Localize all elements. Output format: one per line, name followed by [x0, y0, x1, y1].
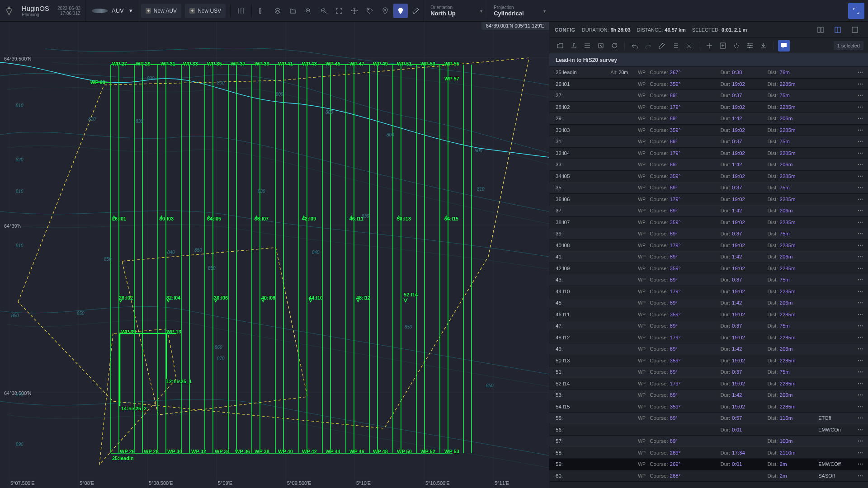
- row-menu-icon[interactable]: ⋯: [858, 104, 863, 110]
- add-box-icon[interactable]: [717, 40, 729, 52]
- row-menu-icon[interactable]: ⋯: [858, 392, 863, 398]
- row-menu-icon[interactable]: ⋯: [858, 173, 863, 179]
- waypoint-row[interactable]: 25:leadinAlt: 20mWPCourse:267°Dur:0:38Di…: [549, 67, 868, 79]
- waypoint-row[interactable]: 37:WPCourse:89°Dur:1:42Dist:206m⋯: [549, 205, 868, 217]
- section-header[interactable]: Lead-in to HiS20 survey: [549, 53, 868, 67]
- comment-icon[interactable]: [778, 40, 790, 52]
- row-menu-icon[interactable]: ⋯: [858, 127, 863, 133]
- numbered-list-icon[interactable]: [670, 40, 681, 52]
- waypoint-list[interactable]: 25:leadinAlt: 20mWPCourse:267°Dur:0:38Di…: [549, 67, 868, 488]
- expand-button[interactable]: [848, 3, 864, 19]
- row-menu-icon[interactable]: ⋯: [858, 196, 863, 202]
- waypoint-row[interactable]: 39:WPCourse:89°Dur:0:37Dist:75m⋯: [549, 228, 868, 240]
- undo-icon[interactable]: [629, 40, 641, 52]
- row-menu-icon[interactable]: ⋯: [858, 242, 863, 249]
- row-menu-icon[interactable]: ⋯: [858, 357, 863, 364]
- waypoint-row[interactable]: 45:WPCourse:89°Dur:1:42Dist:206m⋯: [549, 297, 868, 309]
- properties-icon[interactable]: [744, 40, 756, 52]
- zoom-out-icon[interactable]: [316, 4, 331, 18]
- waypoint-row[interactable]: 58:WPCourse:269°Dur:17:34Dist:2110m⋯: [549, 447, 868, 459]
- waypoint-row[interactable]: 32:l04WPCourse:179°Dur:19:02Dist:2285m⋯: [549, 148, 868, 160]
- row-menu-icon[interactable]: ⋯: [858, 369, 863, 375]
- row-menu-icon[interactable]: ⋯: [858, 265, 863, 272]
- redo-icon[interactable]: [642, 40, 654, 52]
- waypoint-row[interactable]: 38:l07WPCourse:359°Dur:19:02Dist:2285m⋯: [549, 217, 868, 229]
- layout-a-icon[interactable]: [813, 23, 828, 37]
- move-icon[interactable]: [347, 4, 362, 18]
- waypoint-row[interactable]: 49:WPCourse:89°Dur:1:42Dist:206m⋯: [549, 343, 868, 355]
- row-menu-icon[interactable]: ⋯: [858, 184, 863, 191]
- pencil-icon[interactable]: [409, 4, 423, 18]
- waypoint-row[interactable]: 59:WPCourse:269°Dur:0:01Dist:2mEMWCOff⋯: [549, 459, 868, 470]
- row-menu-icon[interactable]: ⋯: [858, 253, 863, 260]
- row-menu-icon[interactable]: ⋯: [858, 277, 863, 283]
- ruler-icon[interactable]: [255, 4, 269, 18]
- row-menu-icon[interactable]: ⋯: [858, 438, 863, 444]
- row-menu-icon[interactable]: ⋯: [858, 81, 863, 87]
- row-menu-icon[interactable]: ⋯: [858, 334, 863, 341]
- edit-icon[interactable]: [656, 40, 668, 52]
- waypoint-row[interactable]: 50:l13WPCourse:359°Dur:19:02Dist:2285m⋯: [549, 355, 868, 367]
- refresh-icon[interactable]: [609, 40, 620, 52]
- export-icon[interactable]: [568, 40, 580, 52]
- row-menu-icon[interactable]: ⋯: [858, 473, 863, 479]
- folder-icon[interactable]: [286, 4, 300, 18]
- row-menu-icon[interactable]: ⋯: [858, 404, 863, 410]
- waypoint-row[interactable]: 54:l15WPCourse:359°Dur:19:02Dist:2285m⋯: [549, 401, 868, 413]
- waypoint-row[interactable]: 26:l01WPCourse:359°Dur:19:02Dist:2285m⋯: [549, 79, 868, 90]
- marker-active-icon[interactable]: [393, 4, 408, 18]
- waypoint-row[interactable]: 55:WPCourse:89°Dur:0:57Dist:116mETOff⋯: [549, 413, 868, 424]
- waypoint-row[interactable]: 30:l03WPCourse:359°Dur:19:02Dist:2285m⋯: [549, 125, 868, 136]
- download-icon[interactable]: [758, 40, 769, 52]
- new-usv-button[interactable]: New USV: [185, 4, 226, 18]
- projection-dropdown[interactable]: Projection Cylindrical ▾: [487, 0, 550, 21]
- row-menu-icon[interactable]: ⋯: [858, 219, 863, 225]
- plus-icon[interactable]: [703, 40, 715, 52]
- waypoint-row[interactable]: 56:Dur:0:01EMWCOn⋯: [549, 424, 868, 436]
- new-auv-button[interactable]: New AUV: [141, 4, 181, 18]
- row-menu-icon[interactable]: ⋯: [858, 323, 863, 329]
- row-menu-icon[interactable]: ⋯: [858, 415, 863, 421]
- waypoint-row[interactable]: 52:l14WPCourse:179°Dur:19:02Dist:2285m⋯: [549, 378, 868, 390]
- waypoint-row[interactable]: 57:WPCourse:89°Dist:100m⋯: [549, 436, 868, 447]
- waypoint-row[interactable]: 60:WPCourse:268°Dist:2mSASOff⋯: [549, 470, 868, 482]
- layout-c-icon[interactable]: [848, 23, 862, 37]
- map-canvas[interactable]: 64°39.001'N 005°11.129'E 64°39.500'N64°3…: [0, 22, 549, 488]
- waypoint-row[interactable]: 27:WPCourse:89°Dur:0:37Dist:75m⋯: [549, 90, 868, 102]
- row-menu-icon[interactable]: ⋯: [858, 427, 863, 433]
- waypoint-row[interactable]: 41:WPCourse:89°Dur:1:42Dist:206m⋯: [549, 251, 868, 263]
- row-menu-icon[interactable]: ⋯: [858, 150, 863, 156]
- layout-b-icon[interactable]: [830, 23, 845, 37]
- zoom-in-icon[interactable]: [301, 4, 316, 18]
- row-menu-icon[interactable]: ⋯: [858, 207, 863, 214]
- row-menu-icon[interactable]: ⋯: [858, 138, 863, 145]
- fullscreen-icon[interactable]: [332, 4, 346, 18]
- vehicle-selector[interactable]: AUV ▾: [85, 0, 139, 21]
- open-icon[interactable]: [554, 40, 566, 52]
- waypoint-row[interactable]: 43:WPCourse:89°Dur:0:37Dist:75m⋯: [549, 274, 868, 286]
- waypoint-row[interactable]: 28:l02WPCourse:179°Dur:19:02Dist:2285m⋯: [549, 102, 868, 113]
- columns-icon[interactable]: [234, 4, 248, 18]
- orientation-dropdown[interactable]: Orientation North Up ▾: [424, 0, 487, 21]
- waypoint-row[interactable]: 46:l11WPCourse:359°Dur:19:02Dist:2285m⋯: [549, 309, 868, 321]
- row-menu-icon[interactable]: ⋯: [858, 380, 863, 387]
- delete-icon[interactable]: [595, 40, 607, 52]
- waypoint-row[interactable]: 47:WPCourse:89°Dur:0:37Dist:75m⋯: [549, 320, 868, 332]
- waypoint-row[interactable]: 34:l05WPCourse:359°Dur:19:02Dist:2285m⋯: [549, 171, 868, 183]
- waypoint-row[interactable]: 31:WPCourse:89°Dur:0:37Dist:75m⋯: [549, 136, 868, 148]
- row-menu-icon[interactable]: ⋯: [858, 311, 863, 318]
- row-menu-icon[interactable]: ⋯: [858, 115, 863, 122]
- layers-icon[interactable]: [270, 4, 285, 18]
- row-menu-icon[interactable]: ⋯: [858, 450, 863, 456]
- waypoint-row[interactable]: 36:l06WPCourse:179°Dur:19:02Dist:2285m⋯: [549, 194, 868, 206]
- row-menu-icon[interactable]: ⋯: [858, 288, 863, 295]
- waypoint-row[interactable]: 33:WPCourse:89°Dur:1:42Dist:206m⋯: [549, 159, 868, 171]
- close-icon[interactable]: [683, 40, 695, 52]
- row-menu-icon[interactable]: ⋯: [858, 230, 863, 237]
- waypoint-row[interactable]: 40:l08WPCourse:179°Dur:19:02Dist:2285m⋯: [549, 240, 868, 252]
- waypoint-row[interactable]: 42:l09WPCourse:359°Dur:19:02Dist:2285m⋯: [549, 263, 868, 275]
- waypoint-row[interactable]: 29:WPCourse:89°Dur:1:42Dist:206m⋯: [549, 113, 868, 125]
- row-menu-icon[interactable]: ⋯: [858, 300, 863, 306]
- split-icon[interactable]: [731, 40, 742, 52]
- waypoint-row[interactable]: 51:WPCourse:89°Dur:0:37Dist:75m⋯: [549, 366, 868, 378]
